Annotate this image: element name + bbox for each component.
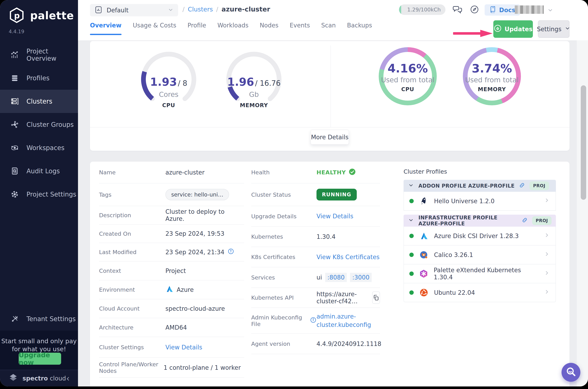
sidebar-item-label: Tenant Settings [27,315,76,323]
proj-badge: PROJ [530,181,549,190]
health-status-text: HEALTHY [316,169,346,176]
detail-label: Environment [99,286,166,293]
memory-gauge-value: 1.96 / 16.76 [221,76,286,88]
service-port-link[interactable]: :8080 [325,273,347,282]
tab-scan[interactable]: Scan [321,22,336,35]
tab-workloads[interactable]: Workloads [218,22,249,35]
profile-item-hello-universe[interactable]: Hello Universe 1.2.0 [404,192,556,211]
kubeconfig-link[interactable]: admin.azure- cluster.kubeconfig [316,312,371,329]
cpu-gauge-value: 1.93 / 8 [136,76,201,88]
detail-row-cluster-settings: Cluster Settings View Details [99,337,244,358]
sidebar-item-workspaces[interactable]: Workspaces [0,136,78,160]
profile-item-name: Azure Disk CSI Driver 1.28.3 [434,232,519,240]
cpu-gauge-caption: CPU [136,102,201,108]
project-select[interactable]: Default [90,4,178,16]
sidebar-item-profiles[interactable]: Profiles [0,66,78,90]
detail-label: Context [99,267,166,274]
tag-pill[interactable]: service: hello-uni… [166,189,229,200]
infrastructure-profile-header[interactable]: INFRASTRUCTURE PROFILE AZURE-PROFILE PRO… [404,215,556,227]
detail-value: 1 control-plane / 1 worker [164,364,241,371]
sidebar-item-label: Project Overview [27,48,78,62]
cluster-tabs: Overview Usage & Costs Profile Workloads… [90,22,372,35]
detail-label: Last Modified [99,249,166,255]
calico-icon [419,250,429,259]
service-name: ui [316,274,322,281]
info-icon[interactable] [228,248,234,256]
metrics-card-footer: More Details [90,127,569,151]
network-icon [10,120,19,129]
explore-button[interactable] [469,4,480,16]
tab-nodes[interactable]: Nodes [260,22,279,35]
detail-row-created-on: Created On 23 Sep 2024, 19:53 [99,225,244,243]
detail-row-kubeconfig: Admin Kubeconfig File admin.azure- clust… [251,308,380,334]
tab-backups[interactable]: Backups [347,22,372,35]
profile-item-name: Hello Universe 1.2.0 [434,197,495,205]
feedback-button[interactable] [452,4,463,16]
detail-label: Cluster Settings [99,344,166,351]
tab-profile[interactable]: Profile [188,22,206,35]
sidebar-item-tenant-settings[interactable]: Tenant Settings [0,307,78,330]
profile-item-pxk[interactable]: Palette eXtended Kubernetes 1.30.4 [404,264,556,283]
sidebar-item-project-settings[interactable]: Project Settings [0,183,78,206]
detail-value: Azure [177,286,194,293]
detail-value: AMD64 [166,324,187,331]
sidebar-item-clusters[interactable]: Clusters [0,90,78,113]
status-dot [409,253,414,257]
azure-icon [166,285,173,294]
detail-value: 4.4.9/20240912.1118 [316,340,381,347]
profile-item-name: Ubuntu 22.04 [434,289,475,296]
cluster-profiles-panel: Cluster Profiles ADDON PROFILE AZURE-PRO… [404,168,556,302]
upgrade-promo: Start small and only pay for what you us… [0,330,78,370]
collapse-sidebar-icon[interactable]: ‹ [66,373,70,383]
service-port-link[interactable]: :3000 [350,273,372,282]
sidebar-item-project-overview[interactable]: Project Overview [0,43,78,66]
detail-row-cloud-account: Cloud Account spectro-cloud-azure [99,299,244,318]
overview-metrics-card: 1.93 / 8 Cores CPU 1.96 / 16.76 Gb MEMOR… [90,41,569,151]
status-dot [409,271,414,276]
addon-profile-header[interactable]: ADDON PROFILE AZURE-PROFILE PROJ [404,180,556,192]
tab-events[interactable]: Events [290,22,310,35]
section-title: INFRASTRUCTURE PROFILE AZURE-PROFILE [419,215,517,227]
brand-name: palette [30,9,74,22]
settings-button[interactable]: Settings [538,20,569,38]
sidebar-item-cluster-groups[interactable]: Cluster Groups [0,113,78,136]
updates-button[interactable]: Updates [493,20,533,38]
tab-overview[interactable]: Overview [90,22,121,35]
detail-row-nodes: Control Plane/Worker Nodes 1 control-pla… [99,358,244,378]
profile-item-ubuntu[interactable]: Ubuntu 22.04 [404,283,556,302]
app-version: 4.4.19 [9,29,24,34]
chevron-right-icon [544,289,550,296]
detail-label: Admin Kubeconfig File [251,314,308,327]
breadcrumb-clusters-link[interactable]: Clusters [188,6,213,13]
profile-item-azure-csi[interactable]: Azure Disk CSI Driver 1.28.3 [404,227,556,246]
brand-logo[interactable]: p palette [8,6,74,25]
usage-meter-value: 1.29/100kCh [407,6,441,13]
k8s-certificates-link[interactable]: View K8s Certificates [316,254,380,260]
detail-row-description: Description Cluster to deploy to Azure. [99,206,244,225]
tab-usage-costs[interactable]: Usage & Costs [133,22,176,35]
cpu-gauge-unit: Cores [136,91,201,98]
memory-donut-percent: 3.74% [463,62,521,75]
user-chevron-down-icon[interactable] [547,7,554,14]
profile-item-calico[interactable]: Calico 3.26.1 [404,246,556,264]
scrollbar-thumb[interactable] [581,85,586,200]
more-details-button[interactable]: More Details [310,130,349,145]
upgrade-details-link[interactable]: View Details [316,213,353,220]
upgrade-now-button[interactable]: Upgrade now [19,353,61,365]
cluster-settings-link[interactable]: View Details [166,344,202,351]
svg-text:p: p [14,11,20,20]
info-icon[interactable] [310,317,316,324]
help-search-fab[interactable] [561,363,580,382]
cpu-donut-percent: 4.16% [379,62,437,75]
profile-item-name: Calico 3.26.1 [434,251,473,259]
proj-badge: PROJ [532,216,552,225]
user-menu[interactable] [515,5,544,14]
sidebar-item-audit-logs[interactable]: Audit Logs [0,160,78,183]
memory-gauge-caption: MEMORY [221,102,286,108]
status-badge: RUNNING [316,189,357,200]
copy-button[interactable] [372,292,380,304]
usage-meter[interactable]: 1.29/100kCh [399,4,446,15]
detail-label: Upgrade Details [251,213,316,220]
gear-icon [10,190,19,199]
chevron-right-icon [544,232,550,240]
